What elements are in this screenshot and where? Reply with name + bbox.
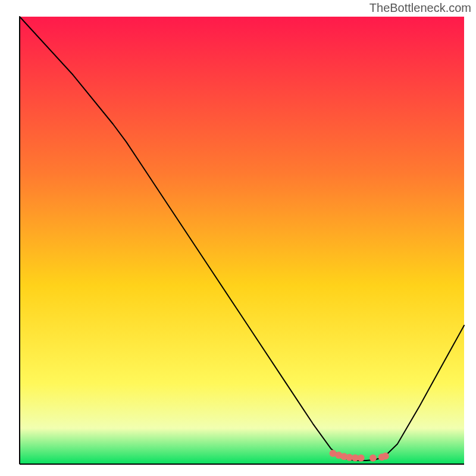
attribution-label: TheBottleneck.com (369, 1, 471, 15)
svg-point-8 (358, 455, 365, 462)
chart-container: TheBottleneck.com (0, 0, 476, 476)
svg-point-11 (382, 453, 389, 460)
bottleneck-chart (0, 0, 476, 476)
svg-point-9 (369, 455, 377, 462)
svg-rect-0 (20, 17, 464, 464)
